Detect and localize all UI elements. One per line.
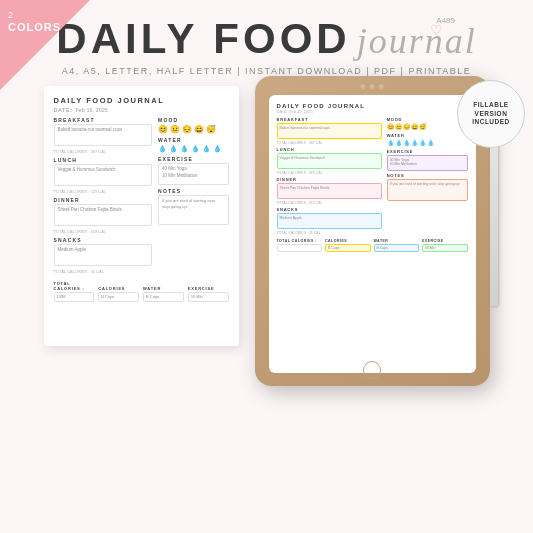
paper-exercise-text2: 10 Min Meditation <box>162 173 224 180</box>
camera-dot-3 <box>379 84 384 89</box>
tablet-home-button <box>363 361 381 379</box>
t-water-drops: 💧 💧 💧 💧 💧 💧 <box>387 139 468 146</box>
t-water-sum-col: WATER B Cups <box>374 239 420 252</box>
paper-breakfast-text: Baked banana-nut oatmeal cups <box>58 127 149 133</box>
product-id: A489 <box>436 16 455 25</box>
mood-neutral: 😐 <box>170 125 180 134</box>
paper-cal-col: CALORIES B Cups <box>98 286 139 302</box>
paper-water-drops: 💧 💧 💧 💧 💧 💧 <box>158 145 228 153</box>
t-exercise-sum-box: 50 Min <box>422 244 468 252</box>
t-exercise-box: 40 Min Yoga 10 Min Meditation <box>387 155 468 171</box>
t-breakfast-box: Baked banana-nut oatmeal cups <box>277 123 382 139</box>
mood-happy: 😊 <box>158 125 168 134</box>
paper-notes-text: If you are tired of starting over, stop … <box>162 198 224 209</box>
paper-date-label: DATE: <box>54 107 73 113</box>
paper-lunch-box: Veggie & Hummus Sandwich <box>54 164 153 186</box>
paper-dinner-box: Sheet-Pan Chicken Fajita Bowls <box>54 204 153 226</box>
paper-lunch-label: LUNCH <box>54 157 153 163</box>
t-mood-4: 😄 <box>411 123 418 130</box>
fillable-line2: VERSION <box>475 110 508 118</box>
paper-snacks-box: Medium Apple <box>54 244 153 266</box>
tablet-left-col: BREAKFAST Baked banana-nut oatmeal cups … <box>277 117 382 237</box>
mood-excited: 😄 <box>194 125 204 134</box>
tablet-wrapper: DAILY FOOD JOURNAL DATE: Feb 19, 2025 BR… <box>255 76 490 386</box>
tablet-screen: DAILY FOOD JOURNAL DATE: Feb 19, 2025 BR… <box>269 95 476 373</box>
t-drop-3: 💧 <box>403 139 410 146</box>
drop-3: 💧 <box>180 145 189 153</box>
t-drop-6: 💧 <box>427 139 434 146</box>
drop-5: 💧 <box>202 145 211 153</box>
t-lunch-cal: TOTAL CALORIES : 329 Cal <box>277 171 382 175</box>
header-title-bold: DAILY FOOD <box>56 18 350 60</box>
tablet-camera <box>361 84 384 89</box>
t-notes-box: If you are tired of starting over, stop … <box>387 179 468 201</box>
main-content: DAILY FOOD JOURNAL DATE: Feb 19, 2025 BR… <box>0 86 533 386</box>
t-mood-2: 😐 <box>395 123 402 130</box>
paper-total-col: TOTAL CALORIES : 1398 <box>54 281 95 302</box>
paper-exercise-text1: 40 Min Yoga <box>162 166 224 173</box>
t-mood-icons: 😊 😐 😔 😄 😴 <box>387 123 468 130</box>
t-lunch-box: Veggie & Hummus Sandwich <box>277 153 382 169</box>
drop-4: 💧 <box>191 145 200 153</box>
t-breakfast-cal: TOTAL CALORIES : 387 Cal <box>277 141 382 145</box>
paper-date-value: Feb 19, 2025 <box>75 107 107 113</box>
t-cal-col: CALORIES B Cups <box>325 239 371 252</box>
fillable-badge: FILLABLE VERSION INCLUDED <box>457 80 525 148</box>
t-total-col: TOTAL CALORIES : <box>277 239 323 252</box>
fillable-line1: FILLABLE <box>473 101 508 109</box>
t-drop-2: 💧 <box>395 139 402 146</box>
paper-page-title: DAILY FOOD JOURNAL <box>54 96 229 105</box>
ribbon-number: 2 <box>8 10 13 21</box>
t-exercise-sum-col: EXERCISE 50 Min <box>422 239 468 252</box>
t-drop-1: 💧 <box>387 139 394 146</box>
t-dinner-box: Sheet-Pan Chicken Fajita Bowls <box>277 183 382 199</box>
paper-breakfast-box: Baked banana-nut oatmeal cups <box>54 124 153 146</box>
paper-snacks-text: Medium Apple <box>58 247 149 253</box>
paper-lunch-cal: TOTAL CALORIES : 525 Cal <box>54 189 153 194</box>
tablet-date-line: DATE: Feb 19, 2025 <box>277 109 468 114</box>
camera-dot-2 <box>370 84 375 89</box>
paper-snacks-label: SNACKS <box>54 237 153 243</box>
paper-date-line: DATE: Feb 19, 2025 <box>54 107 229 113</box>
paper-left-col: BREAKFAST Baked banana-nut oatmeal cups … <box>54 117 153 277</box>
t-water-sum-box: B Cups <box>374 244 420 252</box>
paper-exercise-box: 40 Min Yoga 10 Min Meditation <box>158 163 228 185</box>
corner-ribbon: 2 COLORS <box>0 0 90 90</box>
camera-dot-1 <box>361 84 366 89</box>
t-drop-4: 💧 <box>411 139 418 146</box>
drop-2: 💧 <box>169 145 178 153</box>
t-mood-5: 😴 <box>419 123 426 130</box>
t-snacks-box: Medium Apple <box>277 213 382 229</box>
t-bottom-summary: TOTAL CALORIES : CALORIES B Cups WATER <box>277 239 468 252</box>
paper-water-sum-box: B Cups <box>143 292 184 302</box>
tablet-right-col: MOOD 😊 😐 😔 😄 😴 WATER 💧 💧 💧 <box>387 117 468 237</box>
paper-summary-row: TOTAL CALORIES : 1398 CALORIES B Cups WA… <box>54 281 229 302</box>
paper-page: DAILY FOOD JOURNAL DATE: Feb 19, 2025 BR… <box>44 86 239 346</box>
ribbon-label: COLORS <box>8 21 61 33</box>
t-dinner-cal: TOTAL CALORIES : 459 Cal <box>277 201 382 205</box>
t-total-box <box>277 244 323 252</box>
drop-6: 💧 <box>213 145 222 153</box>
t-drop-5: 💧 <box>419 139 426 146</box>
paper-breakfast-cal: TOTAL CALORIES : 387 Cal <box>54 149 153 154</box>
t-summary-row: TOTAL CALORIES : CALORIES B Cups WATER <box>277 239 468 252</box>
mood-sad: 😔 <box>182 125 192 134</box>
t-snacks-cal: TOTAL CALORIES : 95 Cal <box>277 231 382 235</box>
paper-notes-label: NOTES <box>158 188 228 194</box>
paper-dinner-label: DINNER <box>54 197 153 203</box>
paper-water-label: WATER <box>158 137 228 143</box>
paper-cal-box: B Cups <box>98 292 139 302</box>
paper-mood-icons: 😊 😐 😔 😄 😴 <box>158 125 228 134</box>
paper-breakfast-label: BREAKFAST <box>54 117 153 123</box>
paper-total-box: 1398 <box>54 292 95 302</box>
header-title-script: journal <box>357 20 477 62</box>
paper-lunch-text: Veggie & Hummus Sandwich <box>58 167 149 173</box>
paper-dinner-cal: TOTAL CALORIES : 459 Cal <box>54 229 153 234</box>
paper-exercise-sum-col: EXERCISE 50 Min <box>188 286 229 302</box>
drop-1: 💧 <box>158 145 167 153</box>
mood-tired: 😴 <box>206 125 216 134</box>
paper-snacks-cal: TOTAL CALORIES : 95 Cal <box>54 269 153 274</box>
t-mood-3: 😔 <box>403 123 410 130</box>
tablet-device: DAILY FOOD JOURNAL DATE: Feb 19, 2025 BR… <box>255 76 490 386</box>
paper-right-col: MOOD 😊 😐 😔 😄 😴 WATER 💧 💧 💧 💧 💧 💧 <box>158 117 228 277</box>
